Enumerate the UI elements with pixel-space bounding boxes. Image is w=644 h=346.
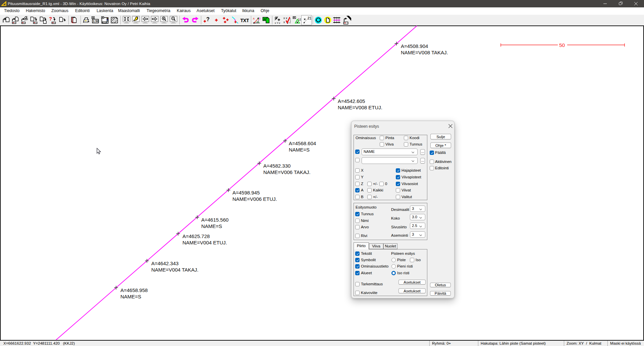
svg-text:z: z [279,21,280,24]
svg-text:A: A [253,17,255,20]
svg-text:x: x [283,20,285,24]
svg-text:1:XX: 1:XX [104,22,107,23]
svg-text:2: 2 [266,17,268,19]
svg-text:m: m [264,17,266,21]
svg-text:21: 21 [308,16,312,20]
svg-text:Y: Y [277,21,279,24]
svg-text:TXT: TXT [240,18,249,23]
svg-text:x: x [275,21,276,24]
svg-text:?: ? [206,16,210,22]
svg-text:x: x [283,16,285,20]
svg-text:x: x [286,16,287,20]
svg-text:1:50: 1:50 [93,19,99,23]
svg-text:12: 12 [298,18,301,21]
svg-text:B: B [257,20,258,23]
svg-text:α: α [259,17,261,20]
svg-text:50: 50 [559,42,565,48]
svg-text:?: ? [49,16,52,21]
